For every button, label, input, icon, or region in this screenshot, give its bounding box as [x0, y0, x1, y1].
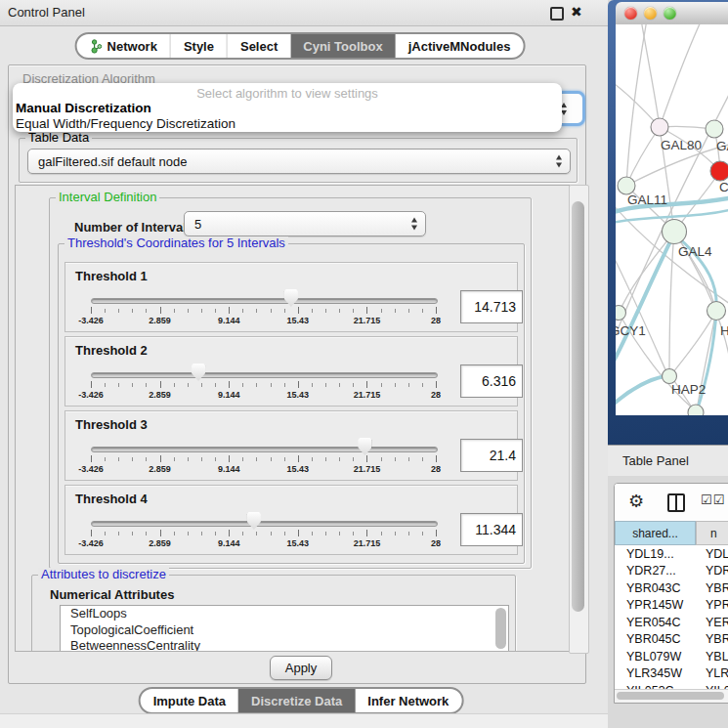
slider-ticks [91, 307, 436, 315]
slider-thumb[interactable] [358, 438, 371, 455]
threshold-slider[interactable]: -3.4262.8599.14415.4321.71528 [91, 361, 438, 400]
tick-mark [312, 383, 313, 387]
slider-thumb[interactable] [247, 512, 261, 530]
numerical-attributes-list[interactable]: SelfLoopsTopologicalCoefficientBetweenne… [60, 605, 509, 652]
network-node-gcy1[interactable] [616, 306, 626, 321]
split-columns-icon[interactable] [667, 493, 685, 512]
vertical-scrollbar[interactable] [569, 185, 589, 654]
slider-track[interactable] [91, 372, 438, 378]
threshold-value-field[interactable]: 21.4 [460, 439, 523, 472]
vertical-scrollbar-thumb[interactable] [572, 201, 584, 612]
horizontal-scrollbar-thumb[interactable] [617, 692, 724, 700]
tick-label: 21.715 [354, 316, 381, 325]
network-node-ga[interactable] [706, 120, 723, 138]
network-node-gal4[interactable] [663, 220, 687, 244]
tick-mark [91, 455, 92, 462]
tick-label: -3.426 [78, 390, 104, 400]
tick-mark [146, 309, 147, 313]
slider-track[interactable] [91, 447, 438, 452]
slider-tick-labels: -3.4262.8599.14415.4321.71528 [91, 538, 436, 548]
cell-name: YLR3 [696, 666, 728, 680]
tick-mark [395, 309, 396, 313]
table-row[interactable]: YBL079WYBL0 [615, 648, 728, 665]
node-label: H [720, 323, 728, 338]
tick-mark [188, 309, 189, 313]
tick-label: 9.144 [218, 390, 240, 400]
tab-style[interactable]: Style [170, 34, 227, 58]
tab-infer-network[interactable]: Infer Network [355, 689, 461, 712]
algorithm-option-equal-width[interactable]: Equal Width/Frequency Discretization [16, 116, 236, 131]
tab-jactivemnodules[interactable]: jActiveMNodules [396, 34, 524, 58]
algorithm-option-manual[interactable]: Manual Discretization [16, 101, 151, 115]
slider-track[interactable] [91, 298, 438, 304]
threshold-value-field[interactable]: 6.316 [460, 364, 523, 398]
float-window-icon[interactable] [550, 7, 564, 21]
tick-mark [215, 309, 216, 313]
tab-impute-data[interactable]: Impute Data [141, 689, 238, 712]
tick-mark [271, 383, 272, 387]
slider-track[interactable] [91, 521, 438, 527]
column-header-shared-name[interactable]: shared... [615, 521, 696, 545]
cell-shared-name: YDL19... [615, 547, 696, 561]
network-canvas[interactable]: GAL80GACGAL11GAL4GCY1HHAP2 [616, 24, 728, 415]
tab-cyni-toolbox[interactable]: Cyni Toolbox [290, 34, 395, 58]
tick-mark [271, 309, 272, 313]
number-of-intervals-combobox[interactable]: 5 [184, 211, 426, 236]
table-row[interactable]: YBR043CYBR0 [615, 579, 728, 597]
checkbox-icons[interactable]: ☑☑ [701, 492, 725, 507]
attributes-list-scrollbar[interactable] [495, 608, 506, 649]
right-panel: GAL80GACGAL11GAL4GCY1HHAP2 Table Panel ⚙… [608, 0, 728, 728]
attribute-list-item[interactable]: TopologicalCoefficient [61, 622, 508, 639]
threshold-value-field[interactable]: 14.713 [460, 290, 523, 323]
network-window-titlebar[interactable] [616, 2, 728, 25]
network-node-c[interactable] [710, 161, 728, 181]
cell-name: YPR1 [696, 598, 728, 612]
network-node-h[interactable] [707, 302, 726, 321]
tick-mark [242, 532, 243, 535]
mac-close-button[interactable] [624, 7, 637, 20]
attribute-list-item[interactable]: BetweennessCentrality [61, 638, 508, 652]
tick-mark [188, 532, 189, 535]
threshold-slider[interactable]: -3.4262.8599.14415.4321.71528 [91, 509, 438, 548]
slider-thumb[interactable] [284, 289, 298, 307]
slider-thumb[interactable] [192, 364, 205, 381]
tab-select[interactable]: Select [227, 34, 290, 58]
cell-shared-name: YBR043C [615, 581, 696, 595]
column-header-name[interactable]: n [696, 521, 728, 545]
tick-mark [284, 383, 285, 387]
table-row[interactable]: YDR27...YDR2 [615, 563, 728, 580]
apply-button[interactable]: Apply [270, 656, 332, 680]
tick-mark [256, 532, 257, 535]
tab-label: Impute Data [153, 694, 226, 708]
threshold-slider[interactable]: -3.4262.8599.14415.4321.71528 [91, 286, 438, 325]
tab-network[interactable]: Network [77, 34, 170, 58]
threshold-value-field[interactable]: 11.344 [460, 513, 523, 546]
table-data-combobox[interactable]: galFiltered.sif default node [27, 149, 571, 174]
tick-mark [408, 457, 409, 461]
tick-mark [353, 457, 354, 461]
node-label: GAL11 [627, 193, 667, 207]
table-row[interactable]: YPR145WYPR1 [615, 597, 728, 615]
tick-mark [325, 457, 326, 461]
bottom-strip [0, 713, 608, 728]
mac-zoom-button[interactable] [664, 7, 676, 20]
close-icon[interactable]: ✖ [571, 4, 582, 20]
table-row[interactable]: YER054CYER0 [615, 614, 728, 631]
tick-mark [339, 309, 340, 313]
tab-discretize-data[interactable]: Discretize Data [238, 689, 355, 712]
gear-icon[interactable]: ⚙ [628, 491, 644, 512]
network-node-gal80[interactable] [651, 118, 668, 136]
horizontal-scrollbar[interactable] [615, 689, 728, 703]
attribute-list-item[interactable]: SelfLoops [61, 606, 508, 622]
tick-mark [242, 309, 243, 313]
tick-mark [422, 383, 423, 387]
tick-mark [298, 307, 299, 314]
node-label: GAL80 [661, 138, 702, 152]
tick-label: 28 [431, 538, 441, 548]
table-row[interactable]: YBR045CYBR0 [615, 631, 728, 649]
table-row[interactable]: YLR345WYLR3 [615, 665, 728, 683]
network-node[interactable] [688, 405, 704, 415]
mac-minimize-button[interactable] [644, 7, 657, 20]
table-row[interactable]: YDL19...YDL1 [615, 545, 728, 563]
threshold-slider[interactable]: -3.4262.8599.14415.4321.71528 [91, 435, 438, 474]
